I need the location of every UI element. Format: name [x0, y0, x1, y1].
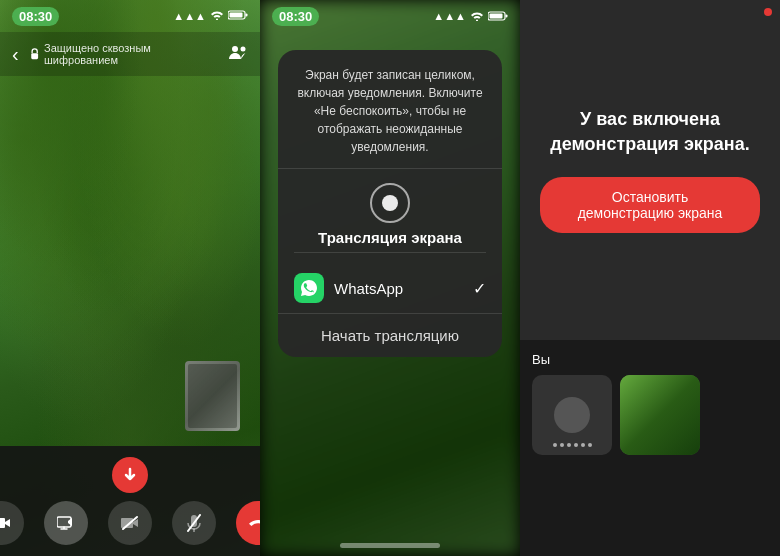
dot4: [574, 443, 578, 447]
participants-section: Вы: [520, 340, 780, 556]
participants-row: [532, 375, 768, 455]
status-time-p1: 08:30: [12, 7, 59, 26]
status-bar-p1: 08:30 ▲▲▲: [0, 0, 260, 32]
broadcast-section: Трансляция экрана: [278, 169, 502, 263]
video-mute-button[interactable]: [108, 501, 152, 545]
start-broadcast-button[interactable]: Начать трансляцию: [278, 314, 502, 357]
audio-dots: [532, 443, 612, 447]
modal-hint: Экран будет записан целиком, включая уве…: [278, 50, 502, 168]
broadcast-icon: [370, 183, 410, 223]
contacts-icon[interactable]: [228, 44, 248, 65]
dot1: [553, 443, 557, 447]
svg-rect-11: [490, 14, 503, 19]
call-top-bar: ‹ Защищено сквозным шифрованием: [0, 32, 260, 76]
broadcast-title: Трансляция экрана: [318, 229, 462, 246]
home-indicator-p2: [340, 543, 440, 548]
status-time-p2: 08:30: [272, 7, 319, 26]
screen-share-button[interactable]: [44, 501, 88, 545]
screen-share-indicator: [112, 457, 148, 493]
panel-screen-cast-modal: 08:30 ▲▲▲ Экран будет записан целиком, в…: [260, 0, 520, 556]
avatar: [554, 397, 590, 433]
dot3: [567, 443, 571, 447]
wifi-icon-p2: [470, 11, 484, 21]
signal-icon: ▲▲▲: [173, 10, 206, 22]
whatsapp-label: WhatsApp: [334, 280, 463, 297]
device-thumbnail: [185, 361, 240, 431]
dot6: [588, 443, 592, 447]
whatsapp-icon: [294, 273, 324, 303]
dot5: [581, 443, 585, 447]
wifi-icon: [210, 10, 224, 22]
svg-rect-12: [506, 15, 508, 18]
svg-point-4: [232, 46, 238, 52]
signal-icon-p2: ▲▲▲: [433, 10, 466, 22]
recording-dot: [764, 8, 772, 16]
svg-point-5: [241, 46, 246, 51]
dot2: [560, 443, 564, 447]
participant-card-you: [532, 375, 612, 455]
svg-rect-3: [31, 53, 38, 59]
status-icons-p2: ▲▲▲: [433, 10, 508, 22]
battery-icon-p2: [488, 11, 508, 21]
svg-rect-1: [230, 13, 243, 18]
broadcast-dot: [382, 195, 398, 211]
svg-rect-2: [246, 14, 248, 17]
call-controls: [0, 446, 260, 556]
encryption-info: Защищено сквозным шифрованием: [29, 42, 218, 66]
screen-share-info: У вас включена демонстрация экрана. Оста…: [520, 0, 780, 340]
divider2: [294, 252, 486, 253]
panel-call-view: 08:30 ▲▲▲ ‹ Защищен: [0, 0, 260, 556]
checkmark-icon: ✓: [473, 279, 486, 298]
you-avatar-wrap: [554, 397, 590, 433]
you-label: Вы: [532, 352, 768, 367]
encryption-label: Защищено сквозным шифрованием: [44, 42, 218, 66]
whatsapp-option-row[interactable]: WhatsApp ✓: [278, 263, 502, 313]
back-button[interactable]: ‹: [12, 43, 19, 66]
panel-screen-share-active: У вас включена демонстрация экрана. Оста…: [520, 0, 780, 556]
status-bar-p2: 08:30 ▲▲▲: [260, 0, 520, 32]
camera-button[interactable]: [0, 501, 24, 545]
end-call-button[interactable]: [236, 501, 260, 545]
status-icons-p1: ▲▲▲: [173, 10, 248, 22]
shared-screen-thumbnail: [620, 375, 700, 455]
stop-screen-share-button[interactable]: Остановить демонстрацию экрана: [540, 177, 760, 233]
lock-icon: [29, 48, 40, 60]
battery-icon: [228, 10, 248, 22]
screen-share-title: У вас включена демонстрация экрана.: [540, 107, 760, 157]
broadcast-modal: Экран будет записан целиком, включая уве…: [278, 50, 502, 357]
control-buttons-row: [0, 501, 260, 545]
mute-audio-button[interactable]: [172, 501, 216, 545]
